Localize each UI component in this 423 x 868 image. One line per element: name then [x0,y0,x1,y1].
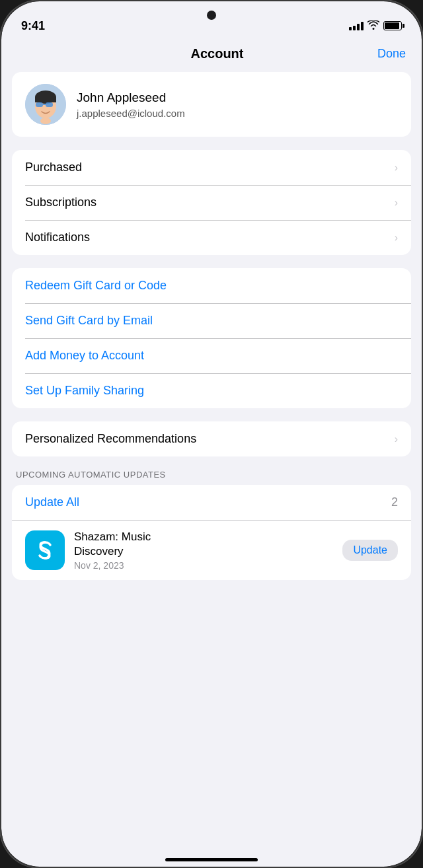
redeem-gift-card-label: Redeem Gift Card or Code [25,279,167,293]
app-row-shazam: Shazam: MusicDiscovery Nov 2, 2023 Updat… [12,520,411,580]
redeem-gift-card-item[interactable]: Redeem Gift Card or Code [12,268,411,303]
nav-title: Account [190,46,243,61]
subscriptions-label: Subscriptions [25,196,96,209]
svg-rect-5 [46,102,53,107]
shazam-app-icon [25,530,65,570]
subscriptions-chevron-icon: › [395,197,398,209]
recommendations-section: Personalized Recommendations › [12,421,411,456]
account-section: Purchased › Subscriptions › Notification… [12,150,411,255]
status-time: 9:41 [21,19,45,33]
svg-rect-6 [43,104,46,105]
phone-frame: 9:41 [0,0,423,868]
user-info: John Appleseed j.appleseed@icloud.com [77,90,185,119]
user-email: j.appleseed@icloud.com [77,108,185,119]
battery-icon [383,21,402,30]
giftcard-section: Redeem Gift Card or Code Send Gift Card … [12,268,411,408]
status-icons [349,20,402,32]
add-money-label: Add Money to Account [25,349,144,363]
wifi-icon [367,20,379,32]
done-button[interactable]: Done [377,47,406,61]
notifications-chevron-icon: › [395,232,398,244]
purchased-item[interactable]: Purchased › [12,150,411,185]
personalized-rec-chevron-icon: › [395,433,398,445]
personalized-rec-item[interactable]: Personalized Recommendations › [12,421,411,456]
purchased-chevron-icon: › [395,162,398,174]
update-all-label: Update All [25,495,79,509]
family-sharing-label: Set Up Family Sharing [25,384,144,398]
family-sharing-item[interactable]: Set Up Family Sharing [12,373,411,408]
app-date: Nov 2, 2023 [74,560,333,571]
send-gift-card-item[interactable]: Send Gift Card by Email [12,303,411,338]
user-name: John Appleseed [77,90,185,105]
update-button[interactable]: Update [342,540,398,561]
purchased-label: Purchased [25,161,82,174]
send-gift-card-label: Send Gift Card by Email [25,314,153,328]
svg-point-8 [32,537,58,563]
signal-bars-icon [349,21,364,30]
update-all-row[interactable]: Update All 2 [12,485,411,520]
svg-point-7 [40,118,51,124]
personalized-rec-label: Personalized Recommendations [25,432,196,446]
svg-rect-4 [36,102,43,107]
app-info: Shazam: MusicDiscovery Nov 2, 2023 [74,530,333,571]
camera-notch [207,11,216,20]
notifications-item[interactable]: Notifications › [12,220,411,255]
update-count: 2 [391,495,398,509]
phone-screen: 9:41 [1,1,422,867]
add-money-item[interactable]: Add Money to Account [12,338,411,373]
svg-rect-3 [35,97,56,102]
nav-bar: Account Done [1,41,422,72]
updates-section-header: UPCOMING AUTOMATIC UPDATES [12,470,411,485]
home-indicator [165,858,258,861]
user-card[interactable]: John Appleseed j.appleseed@icloud.com [12,72,411,137]
avatar [25,84,66,125]
app-name: Shazam: MusicDiscovery [74,530,333,559]
status-bar: 9:41 [1,1,422,41]
updates-section: UPCOMING AUTOMATIC UPDATES Update All 2 [12,470,411,580]
content-area: John Appleseed j.appleseed@icloud.com Pu… [1,72,422,865]
notifications-label: Notifications [25,231,90,244]
subscriptions-item[interactable]: Subscriptions › [12,185,411,220]
